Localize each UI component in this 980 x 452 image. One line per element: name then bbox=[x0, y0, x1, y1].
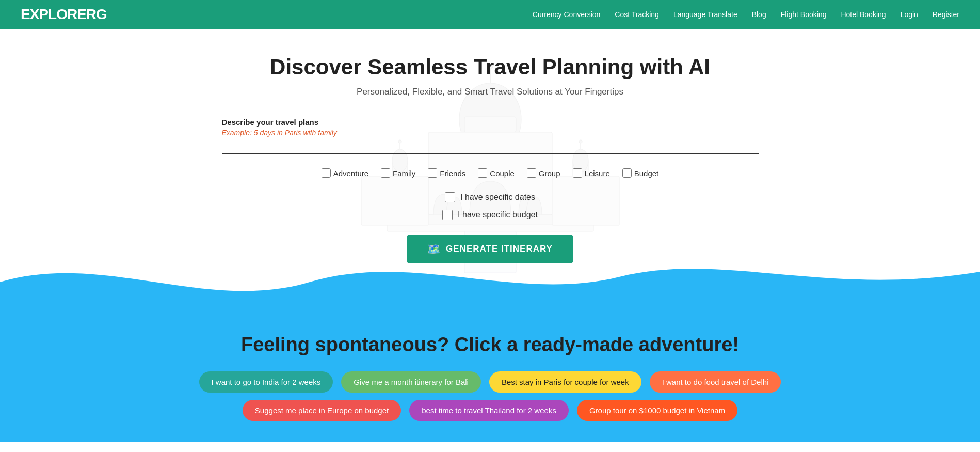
checkboxes-row: AdventureFamilyFriendsCoupleGroupLeisure… bbox=[222, 168, 759, 178]
specific-budget-checkbox[interactable] bbox=[442, 210, 453, 220]
chip-i-want-to-go-to-indi[interactable]: I want to go to India for 2 weeks bbox=[199, 371, 333, 393]
navbar: EXPLORERG Currency ConversionCost Tracki… bbox=[0, 0, 980, 29]
travel-form: Describe your travel plans Example: 5 da… bbox=[212, 118, 769, 279]
cb-friends-label[interactable]: Friends bbox=[428, 168, 465, 178]
generate-button[interactable]: 🗺️ GENERATE ITINERARY bbox=[407, 235, 573, 263]
cb-adventure-text: Adventure bbox=[333, 169, 368, 178]
cb-adventure-label[interactable]: Adventure bbox=[322, 168, 368, 178]
hero-content: Discover Seamless Travel Planning with A… bbox=[258, 55, 722, 118]
chip-best-stay-in-paris-f[interactable]: Best stay in Paris for couple for week bbox=[489, 371, 641, 393]
cb-budget-label[interactable]: Budget bbox=[622, 168, 659, 178]
cb-friends[interactable] bbox=[428, 168, 437, 178]
cb-couple[interactable] bbox=[478, 168, 487, 178]
chip-i-want-to-do-food-tr[interactable]: I want to do food travel of Delhi bbox=[650, 371, 781, 393]
cb-couple-text: Couple bbox=[490, 169, 515, 178]
chips-row-2: Suggest me place in Europe on budgetbest… bbox=[243, 400, 737, 421]
chip-suggest-me-place-in-[interactable]: Suggest me place in Europe on budget bbox=[243, 400, 401, 421]
chip-best-time-to-travel-[interactable]: best time to travel Thailand for 2 weeks bbox=[409, 400, 569, 421]
generate-icon: 🗺️ bbox=[427, 243, 441, 255]
cb-group-label[interactable]: Group bbox=[527, 168, 560, 178]
cb-family[interactable] bbox=[381, 168, 390, 178]
chips-container: I want to go to India for 2 weeksGive me… bbox=[0, 371, 980, 421]
cb-family-text: Family bbox=[393, 169, 415, 178]
specific-budget-label[interactable]: I have specific budget bbox=[442, 210, 538, 220]
cb-adventure[interactable] bbox=[322, 168, 331, 178]
chip-give-me-a-month-itin[interactable]: Give me a month itinerary for Bali bbox=[341, 371, 481, 393]
travel-input[interactable] bbox=[222, 138, 759, 154]
nav-links: Currency ConversionCost TrackingLanguage… bbox=[533, 10, 959, 19]
cb-budget-text: Budget bbox=[634, 169, 659, 178]
chip-group-tour-on-$1000-[interactable]: Group tour on $1000 budget in Vietnam bbox=[577, 400, 737, 421]
cb-group[interactable] bbox=[527, 168, 536, 178]
cb-family-label[interactable]: Family bbox=[381, 168, 415, 178]
cb-leisure-label[interactable]: Leisure bbox=[573, 168, 610, 178]
nav-currency[interactable]: Currency Conversion bbox=[533, 10, 601, 19]
nav-cost[interactable]: Cost Tracking bbox=[615, 10, 659, 19]
hero-subtitle: Personalized, Flexible, and Smart Travel… bbox=[258, 87, 722, 97]
nav-language[interactable]: Language Translate bbox=[673, 10, 737, 19]
cb-leisure-text: Leisure bbox=[585, 169, 610, 178]
form-label: Describe your travel plans bbox=[222, 118, 759, 127]
nav-hotel[interactable]: Hotel Booking bbox=[841, 10, 886, 19]
bottom-section: Feeling spontaneous? Click a ready-made … bbox=[0, 303, 980, 442]
cb-budget[interactable] bbox=[622, 168, 632, 178]
nav-flight[interactable]: Flight Booking bbox=[781, 10, 827, 19]
spontaneous-title: Feeling spontaneous? Click a ready-made … bbox=[0, 334, 980, 356]
nav-login[interactable]: Login bbox=[901, 10, 918, 19]
specific-dates-label[interactable]: I have specific dates bbox=[445, 192, 535, 202]
cb-couple-label[interactable]: Couple bbox=[478, 168, 515, 178]
hero-title: Discover Seamless Travel Planning with A… bbox=[258, 55, 722, 80]
chips-row-1: I want to go to India for 2 weeksGive me… bbox=[199, 371, 781, 393]
form-example: Example: 5 days in Paris with family bbox=[222, 129, 759, 137]
cb-leisure[interactable] bbox=[573, 168, 582, 178]
nav-register[interactable]: Register bbox=[933, 10, 959, 19]
cb-friends-text: Friends bbox=[440, 169, 465, 178]
cb-group-text: Group bbox=[539, 169, 560, 178]
dates-budget-section: I have specific dates I have specific bu… bbox=[222, 192, 759, 220]
nav-logo[interactable]: EXPLORERG bbox=[21, 6, 107, 23]
specific-dates-checkbox[interactable] bbox=[445, 192, 455, 202]
nav-blog[interactable]: Blog bbox=[752, 10, 766, 19]
